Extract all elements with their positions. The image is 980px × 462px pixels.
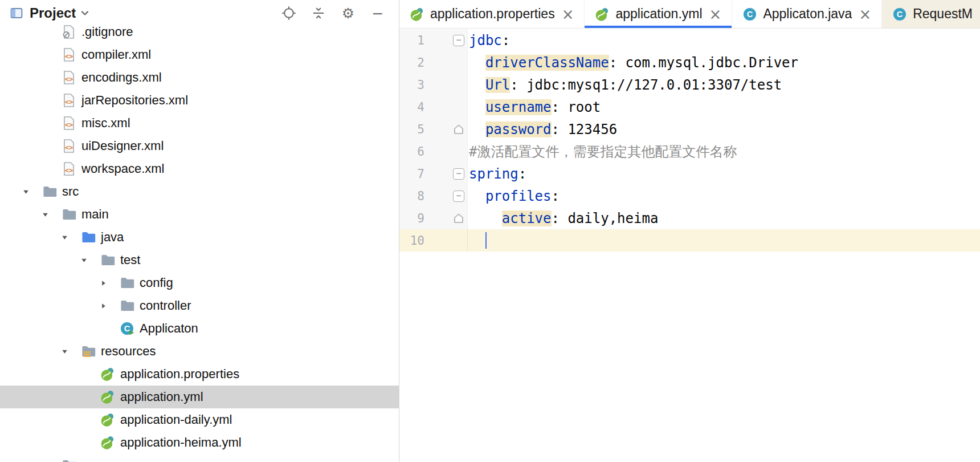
close-tab-icon[interactable]: × — [562, 7, 574, 22]
tree-item-compiler-xml[interactable]: compiler.xml — [0, 43, 399, 66]
source-folder-icon — [81, 230, 96, 245]
gear-icon[interactable]: ⚙ — [338, 3, 358, 23]
code-line: 4 username: root — [399, 96, 980, 118]
tree-item-config[interactable]: config — [0, 271, 399, 294]
code-text[interactable]: profiles: — [468, 188, 560, 204]
class-icon — [892, 7, 907, 22]
code-text[interactable]: #激活配置文件，需要指定其他配置文件名称 — [468, 143, 737, 161]
project-view-selector[interactable]: Project — [30, 5, 76, 21]
panel-resize-divider[interactable] — [399, 0, 399, 462]
line-number: 9 — [399, 212, 424, 225]
code-text[interactable]: spring: — [468, 166, 526, 182]
code-editor[interactable]: 1 − jdbc: 2 driverClassName: com.mysql.j… — [399, 29, 980, 252]
tree-item-application-daily-yml[interactable]: application-daily.yml — [0, 408, 399, 431]
xml-file-icon — [62, 47, 76, 62]
tree-item-clipped[interactable] — [0, 454, 399, 462]
editor-tab-bar: application.properties × application.yml… — [399, 0, 980, 29]
project-tree: .gitignore compiler.xml encodings.xml ja… — [0, 21, 399, 462]
tree-item-workspace-xml[interactable]: workspace.xml — [0, 157, 399, 180]
class-icon — [742, 7, 757, 22]
tree-item-main[interactable]: main — [0, 203, 399, 226]
line-number: 1 — [399, 34, 424, 47]
code-line: 2 driverClassName: com.mysql.jdbc.Driver — [399, 51, 980, 74]
xml-file-icon — [62, 70, 76, 85]
tree-item-misc-xml[interactable]: misc.xml — [0, 112, 399, 135]
line-number: 5 — [399, 123, 424, 136]
text-caret — [485, 232, 487, 249]
tree-item-jarrepositories-xml[interactable]: jarRepositories.xml — [0, 89, 399, 112]
chevron-expanded-icon[interactable] — [60, 233, 81, 242]
class-run-icon — [120, 321, 134, 336]
tree-item-resources[interactable]: resources — [0, 340, 399, 363]
gutter-pentagon-icon[interactable] — [453, 213, 464, 224]
code-line: 6 #激活配置文件，需要指定其他配置文件名称 — [399, 140, 980, 163]
chevron-down-icon[interactable] — [79, 7, 91, 19]
xml-file-icon — [62, 161, 76, 176]
tree-item-applicaton[interactable]: Applicaton — [0, 317, 399, 340]
hide-panel-icon[interactable]: − — [368, 3, 387, 23]
tree-item-src[interactable]: src — [0, 180, 399, 203]
spring-config-icon — [100, 390, 115, 404]
line-number: 2 — [399, 56, 424, 70]
tree-item-encodings-xml[interactable]: encodings.xml — [0, 66, 399, 89]
code-text[interactable] — [468, 232, 487, 249]
chevron-expanded-icon[interactable] — [60, 347, 81, 356]
line-number: 6 — [399, 145, 424, 159]
tab-application-yml[interactable]: application.yml × — [585, 0, 732, 28]
spring-config-icon — [100, 367, 115, 382]
spring-config-icon — [100, 435, 115, 450]
folder-icon — [120, 298, 134, 313]
code-text[interactable]: driverClassName: com.mysql.jdbc.Driver — [468, 55, 798, 71]
fold-icon[interactable]: − — [453, 168, 464, 180]
code-text[interactable]: password: 123456 — [468, 121, 617, 137]
editor-area: application.properties × application.yml… — [399, 0, 980, 462]
project-window-icon — [9, 6, 24, 21]
tab-applicaton-java[interactable]: Applicaton.java × — [732, 0, 882, 28]
code-text[interactable]: jdbc: — [468, 33, 510, 48]
tree-item-controller[interactable]: controller — [0, 294, 399, 317]
folder-icon — [62, 458, 76, 462]
folder-icon — [62, 207, 76, 222]
line-number: 7 — [399, 167, 424, 181]
line-number: 8 — [399, 189, 424, 203]
tree-item-test[interactable]: test — [0, 249, 399, 271]
tree-item-application-yml[interactable]: application.yml — [0, 386, 399, 408]
chevron-expanded-icon[interactable] — [41, 210, 62, 219]
tree-item-uidesigner-xml[interactable]: uiDesigner.xml — [0, 135, 399, 157]
code-line: 1 − jdbc: — [399, 29, 980, 51]
chevron-expanded-icon[interactable] — [80, 256, 100, 265]
fold-icon[interactable]: − — [453, 191, 464, 202]
resources-folder-icon — [81, 344, 96, 359]
code-line: 9 active: daily,heima — [399, 207, 980, 229]
spring-config-icon — [100, 412, 115, 427]
tab-application-properties[interactable]: application.properties × — [399, 0, 585, 28]
tree-item-application-properties[interactable]: application.properties — [0, 363, 399, 386]
tree-item-gitignore[interactable]: .gitignore — [0, 21, 399, 43]
spring-config-icon — [595, 7, 610, 22]
folder-icon — [42, 184, 57, 199]
collapse-all-icon[interactable] — [309, 3, 328, 23]
line-number: 4 — [399, 100, 424, 114]
xml-file-icon — [62, 139, 76, 153]
code-line: 5 password: 123456 — [399, 118, 980, 140]
locate-file-icon[interactable] — [279, 3, 299, 23]
close-tab-icon[interactable]: × — [859, 7, 871, 22]
gitignore-file-icon — [62, 25, 76, 39]
spring-config-icon — [410, 7, 424, 22]
line-number: 10 — [399, 234, 424, 248]
xml-file-icon — [62, 93, 76, 108]
chevron-collapsed-icon[interactable] — [99, 302, 120, 310]
code-text[interactable]: username: root — [468, 99, 601, 115]
gutter-pentagon-icon[interactable] — [453, 124, 464, 135]
chevron-collapsed-icon[interactable] — [99, 279, 120, 287]
xml-file-icon — [62, 116, 76, 131]
code-text[interactable]: Url: jdbc:mysq1://127.0.01:3307/test — [468, 77, 782, 93]
tree-item-java[interactable]: java — [0, 226, 399, 249]
chevron-expanded-icon[interactable] — [22, 188, 42, 196]
tab-requestm[interactable]: RequestM — [882, 0, 980, 28]
code-line: 8 − profiles: — [399, 185, 980, 207]
close-tab-icon[interactable]: × — [709, 7, 722, 22]
tree-item-application-heima-yml[interactable]: application-heima.yml — [0, 431, 399, 454]
code-text[interactable]: active: daily,heima — [468, 210, 658, 226]
fold-icon[interactable]: − — [453, 35, 464, 46]
